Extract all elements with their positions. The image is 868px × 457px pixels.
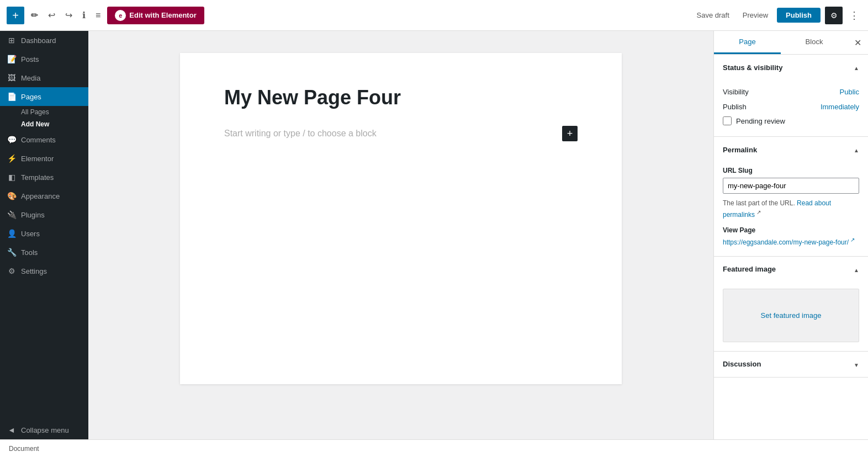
add-block-inline-button[interactable]: + [562, 126, 578, 141]
panel-close-button[interactable]: ✕ [848, 33, 868, 52]
visibility-value[interactable]: Public [840, 88, 859, 96]
editor-title: My New Page Four [224, 86, 578, 109]
chevron-down-discussion-icon [854, 359, 859, 369]
sidebar-item-label: Elementor [21, 155, 54, 163]
sidebar-item-label: Users [21, 230, 40, 238]
add-block-button[interactable]: + [7, 7, 24, 24]
pages-icon: 📄 [7, 92, 17, 101]
dashboard-icon: ⊞ [7, 36, 17, 45]
toolbar-left: + ✏ ↩ ↪ ℹ ≡ e Edit with Elementor [7, 7, 204, 24]
right-panel: Page Block ✕ Status & visibility Visibil… [713, 31, 868, 439]
sidebar-item-settings[interactable]: ⚙ Settings [0, 262, 88, 280]
sidebar-item-label: Tools [21, 248, 38, 257]
more-options-button[interactable]: ⋮ [847, 7, 861, 24]
section-discussion-header[interactable]: Discussion [714, 352, 868, 377]
editor: My New Page Four Start writing or type /… [88, 31, 713, 439]
elementor-sidebar-icon: ⚡ [7, 154, 17, 163]
sidebar-item-label: Pages [21, 93, 41, 101]
users-icon: 👤 [7, 229, 17, 238]
view-page-link[interactable]: https://eggsandale.com/my-new-page-four/… [723, 236, 859, 247]
media-icon: 🖼 [7, 73, 17, 82]
sidebar-item-comments[interactable]: 💬 Comments [0, 130, 88, 149]
plugins-icon: 🔌 [7, 210, 17, 219]
tab-block[interactable]: Block [781, 31, 848, 54]
section-permalink-body: URL Slug The last part of the URL. Read … [714, 162, 868, 256]
section-permalink: Permalink URL Slug The last part of the … [714, 137, 868, 257]
sidebar-item-label: Collapse menu [21, 426, 69, 434]
publish-label: Publish [723, 103, 747, 111]
publish-row: Publish Immediately [723, 99, 859, 114]
posts-icon: 📝 [7, 55, 17, 63]
editor-placeholder-row: Start writing or type / to choose a bloc… [224, 126, 578, 141]
panel-tabs: Page Block ✕ [714, 31, 868, 55]
view-page-external-icon: ↗ [850, 237, 855, 243]
section-status-visibility: Status & visibility Visibility Public Pu… [714, 55, 868, 137]
pending-review-label[interactable]: Pending review [736, 117, 785, 125]
sidebar-item-label: Appearance [21, 192, 60, 200]
sidebar-item-media[interactable]: 🖼 Media [0, 68, 88, 87]
publish-button[interactable]: Publish [777, 8, 821, 23]
document-label: Document [9, 445, 39, 453]
list-view-button[interactable]: ≡ [92, 7, 104, 24]
set-featured-image-button[interactable]: Set featured image [723, 289, 859, 342]
url-slug-input[interactable] [723, 178, 859, 194]
sidebar-item-users[interactable]: 👤 Users [0, 224, 88, 243]
redo-button[interactable]: ↪ [62, 7, 76, 24]
sidebar-item-appearance[interactable]: 🎨 Appearance [0, 187, 88, 205]
section-discussion: Discussion [714, 352, 868, 378]
sidebar-sub-all-pages[interactable]: All Pages [0, 106, 88, 118]
sidebar-item-label: Posts [21, 55, 39, 63]
tab-page[interactable]: Page [714, 31, 781, 54]
visibility-row: Visibility Public [723, 84, 859, 99]
chevron-up-permalink-icon [854, 145, 859, 155]
section-featured-image-title: Featured image [723, 265, 776, 273]
section-discussion-title: Discussion [723, 360, 761, 368]
elementor-icon: e [115, 10, 126, 21]
sidebar-item-elementor[interactable]: ⚡ Elementor [0, 149, 88, 168]
undo-button[interactable]: ↩ [45, 7, 59, 24]
sidebar-item-dashboard[interactable]: ⊞ Dashboard [0, 31, 88, 50]
sidebar-item-label: Settings [21, 267, 47, 275]
toolbar: + ✏ ↩ ↪ ℹ ≡ e Edit with Elementor Save d… [0, 0, 868, 31]
templates-icon: ◧ [7, 173, 17, 182]
pending-review-checkbox[interactable] [723, 116, 732, 125]
sidebar-item-label: Comments [21, 136, 56, 144]
permalink-note: The last part of the URL. Read about per… [723, 198, 859, 220]
info-button[interactable]: ℹ [79, 7, 89, 24]
appearance-icon: 🎨 [7, 192, 17, 200]
publish-value[interactable]: Immediately [821, 103, 859, 111]
settings-sidebar-icon: ⚙ [7, 267, 17, 275]
sidebar-item-label: Media [21, 74, 40, 82]
visibility-label: Visibility [723, 88, 749, 96]
sidebar-item-tools[interactable]: 🔧 Tools [0, 243, 88, 262]
sidebar-item-pages[interactable]: 📄 Pages [0, 87, 88, 106]
sidebar-collapse-menu[interactable]: ◄ Collapse menu [0, 421, 88, 439]
save-draft-button[interactable]: Save draft [692, 8, 734, 23]
preview-button[interactable]: Preview [738, 8, 772, 23]
section-status-visibility-header[interactable]: Status & visibility [714, 55, 868, 80]
sidebar-item-label: Templates [21, 173, 54, 182]
collapse-icon: ◄ [7, 426, 17, 434]
section-status-visibility-title: Status & visibility [723, 63, 782, 72]
section-featured-image-header[interactable]: Featured image [714, 257, 868, 282]
section-featured-image-body: Set featured image [714, 282, 868, 351]
chevron-up-icon [854, 62, 859, 72]
bottom-bar: Document [0, 439, 868, 457]
section-permalink-header[interactable]: Permalink [714, 137, 868, 162]
comments-icon: 💬 [7, 135, 17, 144]
view-page-label: View Page [723, 226, 859, 234]
pending-review-row: Pending review [723, 114, 859, 127]
sidebar-item-label: Plugins [21, 211, 45, 219]
sidebar-item-posts[interactable]: 📝 Posts [0, 50, 88, 68]
sidebar-item-label: Dashboard [21, 36, 56, 45]
sidebar-item-templates[interactable]: ◧ Templates [0, 168, 88, 187]
section-status-visibility-body: Visibility Public Publish Immediately Pe… [714, 80, 868, 136]
placeholder-text: Start writing or type / to choose a bloc… [224, 129, 377, 139]
settings-button[interactable]: ⚙ [825, 7, 843, 24]
section-featured-image: Featured image Set featured image [714, 257, 868, 352]
edit-with-elementor-button[interactable]: e Edit with Elementor [107, 7, 204, 24]
sidebar-item-plugins[interactable]: 🔌 Plugins [0, 205, 88, 224]
sidebar: ⊞ Dashboard 📝 Posts 🖼 Media 📄 Pages All … [0, 31, 88, 439]
sidebar-sub-add-new[interactable]: Add New [0, 118, 88, 130]
edit-pen-button[interactable]: ✏ [28, 7, 41, 24]
